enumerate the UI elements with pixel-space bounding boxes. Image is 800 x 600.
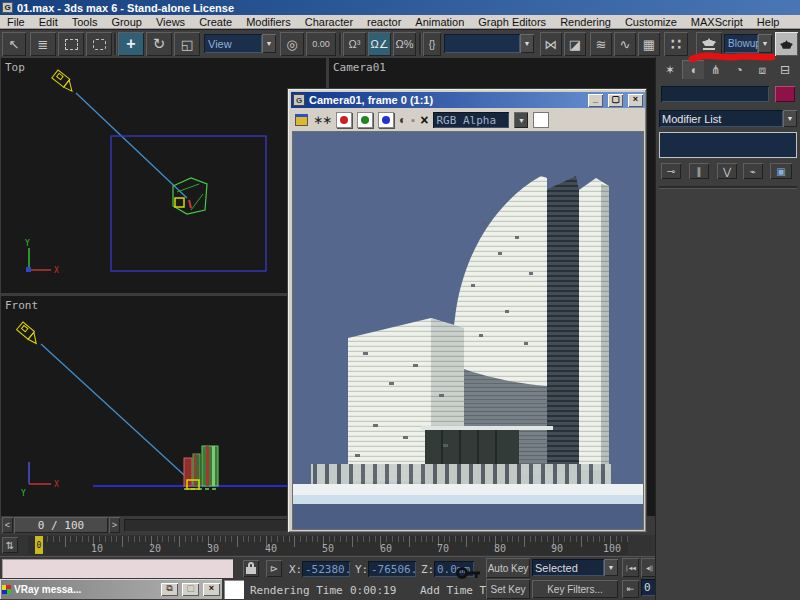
make-unique-icon[interactable]: ⋁ xyxy=(717,163,737,179)
configure-modifier-sets-icon[interactable]: ▣ xyxy=(770,163,792,179)
channel-display-arrow-icon[interactable]: ▼ xyxy=(514,112,528,128)
percent-snap-icon[interactable]: Ω% xyxy=(393,32,416,56)
modifier-list-arrow-icon[interactable]: ▼ xyxy=(783,110,797,127)
go-to-start-icon[interactable]: |◀◀ xyxy=(622,558,639,577)
maximize-icon[interactable]: ▢ xyxy=(608,94,623,107)
menu-file[interactable]: File xyxy=(0,16,32,28)
menu-group[interactable]: Group xyxy=(104,16,149,28)
listener-pane[interactable] xyxy=(224,580,244,599)
vray-message-window[interactable]: VRay messa... ⧉ ▢ × xyxy=(0,579,222,600)
key-filters-button[interactable]: Key Filters... xyxy=(532,580,618,598)
mini-curve-editor-icon[interactable]: ⇅ xyxy=(2,537,18,553)
menu-views[interactable]: Views xyxy=(149,16,192,28)
x-coordinate-field[interactable]: -52380. xyxy=(302,561,350,577)
menu-help[interactable]: Help xyxy=(750,16,787,28)
menu-tools[interactable]: Tools xyxy=(65,16,105,28)
object-color-swatch[interactable] xyxy=(775,86,795,102)
y-coordinate-field[interactable]: -76506. xyxy=(368,561,416,577)
snap-value-button[interactable]: 0.00 xyxy=(306,32,336,56)
reference-coordinate-arrow-icon[interactable]: ▼ xyxy=(262,34,276,53)
selection-region-icon[interactable] xyxy=(58,32,84,56)
named-selection-dropdown[interactable] xyxy=(444,34,520,53)
close-icon[interactable]: × xyxy=(203,583,220,596)
key-mode-arrow-icon[interactable]: ▼ xyxy=(604,559,618,576)
app-icon[interactable]: G xyxy=(2,2,13,13)
layers-icon[interactable]: ≋ xyxy=(590,32,612,56)
viewport-front-label: Front xyxy=(5,299,38,312)
reference-coordinate-dropdown[interactable]: View xyxy=(204,34,262,53)
select-icon[interactable]: ↖ xyxy=(2,32,26,56)
remove-modifier-icon[interactable]: ⌁ xyxy=(743,163,763,179)
menu-maxscript[interactable]: MAXScript xyxy=(684,16,750,28)
restore-icon[interactable]: ⧉ xyxy=(161,583,178,596)
time-next-button[interactable]: > xyxy=(109,517,120,533)
rendering-time-value: 0:00:19 xyxy=(350,584,396,597)
command-panel: ✶ ◖ ⋔ ◔ ⧈ ⊟ Modifier List ▼ ⊸ ∥ ⋁ ⌁ ▣ xyxy=(655,57,800,600)
blue-channel-icon[interactable] xyxy=(378,112,394,128)
toolbar-separator xyxy=(339,33,341,55)
time-prev-button[interactable]: < xyxy=(2,517,13,533)
ruler-tick: 40 xyxy=(261,543,281,554)
set-key-button[interactable]: Set Key xyxy=(486,579,530,599)
close-icon[interactable]: × xyxy=(628,94,643,107)
rendered-frame-window[interactable]: G Camera01, frame 0 (1:1) _ ▢ × ∗∗ ◐ ▪ ×… xyxy=(287,88,647,533)
selection-lock-icon[interactable] xyxy=(243,560,259,577)
alpha-channel-icon[interactable]: ▪ xyxy=(411,114,415,126)
clone-window-icon[interactable]: ∗∗ xyxy=(313,113,331,127)
menu-edit[interactable]: Edit xyxy=(32,16,65,28)
absolute-offset-icon[interactable]: ⊳ xyxy=(266,560,282,577)
red-channel-icon[interactable] xyxy=(336,112,352,128)
manipulate-icon[interactable]: ◎ xyxy=(280,32,304,56)
menu-customize[interactable]: Customize xyxy=(618,16,684,28)
pin-stack-icon[interactable]: ⊸ xyxy=(661,163,681,179)
menu-graph-editors[interactable]: Graph Editors xyxy=(471,16,553,28)
menu-rendering[interactable]: Rendering xyxy=(553,16,618,28)
macro-recorder-pane[interactable] xyxy=(2,559,233,578)
render-window-titlebar[interactable]: G Camera01, frame 0 (1:1) _ ▢ × xyxy=(291,92,645,108)
maximize-icon[interactable]: ▢ xyxy=(182,583,199,596)
ruler-tick: 80 xyxy=(490,543,510,554)
object-name-field[interactable] xyxy=(661,86,769,102)
clear-icon[interactable]: × xyxy=(420,112,428,128)
key-mode-dropdown[interactable]: Selected xyxy=(532,559,604,576)
minimize-icon[interactable]: _ xyxy=(588,94,603,107)
angle-snap-icon[interactable]: Ω∠ xyxy=(368,32,391,56)
time-slider-button[interactable]: 0 / 100 xyxy=(14,517,108,533)
green-channel-icon[interactable] xyxy=(357,112,373,128)
modifier-list-dropdown[interactable]: Modifier List xyxy=(659,110,783,127)
curve-editor-icon[interactable]: ∿ xyxy=(614,32,636,56)
scale-icon[interactable]: ◱ xyxy=(174,32,200,56)
timeline-ruler[interactable]: 10 20 30 40 50 60 70 80 90 100 0 xyxy=(28,536,628,555)
snap-toggle-icon[interactable]: Ω³ xyxy=(343,32,366,56)
key-mode-toggle-icon[interactable]: ⇤ xyxy=(622,580,639,598)
menu-reactor[interactable]: reactor xyxy=(360,16,408,28)
menu-character[interactable]: Character xyxy=(298,16,360,28)
auto-key-button[interactable]: Auto Key xyxy=(486,558,530,578)
menu-create[interactable]: Create xyxy=(192,16,239,28)
show-end-result-icon[interactable]: ∥ xyxy=(689,163,709,179)
tab-create-icon[interactable]: ✶ xyxy=(659,60,681,79)
named-selection-arrow-icon[interactable]: ▼ xyxy=(520,34,534,53)
time-marker[interactable]: 0 xyxy=(35,536,43,554)
region-box xyxy=(65,39,78,50)
menu-animation[interactable]: Animation xyxy=(408,16,471,28)
selection-sets-icon[interactable]: {} xyxy=(423,32,441,56)
viewport-front[interactable]: Front Y X xyxy=(1,296,326,516)
channel-display-dropdown[interactable]: RGB Alpha xyxy=(433,112,509,128)
menu-modifiers[interactable]: Modifiers xyxy=(239,16,298,28)
viewport-top[interactable]: Top Y X xyxy=(1,58,326,293)
material-editor-icon[interactable]: ∷ xyxy=(664,32,688,56)
mirror-icon[interactable]: ⋈ xyxy=(540,32,562,56)
move-icon[interactable]: + xyxy=(118,32,144,56)
selection-filter-icon[interactable] xyxy=(86,32,112,56)
save-bitmap-icon[interactable] xyxy=(295,114,308,126)
monochrome-icon[interactable]: ◐ xyxy=(399,113,406,127)
background-color-swatch[interactable] xyxy=(533,112,549,128)
select-by-name-icon[interactable]: ≣ xyxy=(30,32,56,56)
align-icon[interactable]: ◪ xyxy=(564,32,586,56)
x-label: X: xyxy=(289,563,302,576)
schematic-view-icon[interactable]: ▦ xyxy=(638,32,660,56)
modifier-stack-list[interactable] xyxy=(659,132,797,158)
rotate-icon[interactable]: ↻ xyxy=(146,32,172,56)
vray-window-titlebar[interactable]: VRay messa... ⧉ ▢ × xyxy=(0,579,222,599)
